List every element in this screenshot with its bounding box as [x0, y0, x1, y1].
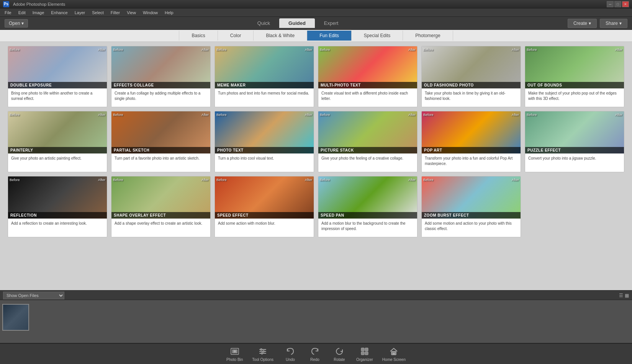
card-image-zoom-burst-effect: BeforeAfterZOOM BURST EFFECT	[422, 176, 521, 219]
card-desc-reflection: Add a reflection to create an interestin…	[8, 219, 107, 237]
card-painterly[interactable]: BeforeAfterPAINTERLYGive your photo an a…	[8, 111, 107, 172]
home-screen-button[interactable]: Home Screen	[378, 344, 409, 363]
svg-rect-10	[365, 348, 368, 351]
card-before-label: Before	[113, 48, 123, 52]
card-partial-sketch[interactable]: BeforeAfterPARTIAL SKETCHTurn part of a …	[111, 111, 211, 172]
create-button[interactable]: Create ▾	[568, 19, 597, 28]
organizer-button[interactable]: Organizer	[352, 344, 377, 363]
card-image-painterly: BeforeAfterPAINTERLY	[8, 111, 107, 153]
card-title-speed-effect: SPEED EFFECT	[215, 212, 314, 219]
card-before-label: Before	[10, 113, 20, 117]
menu-item-help[interactable]: Help	[162, 10, 177, 16]
svg-rect-12	[365, 352, 368, 355]
card-title-out-of-bounds: OUT OF BOUNDS	[525, 82, 624, 88]
card-old-fashioned-photo[interactable]: BeforeAfterOLD FASHIONED PHOTOTake your …	[421, 46, 521, 107]
card-reflection[interactable]: BeforeAfterREFLECTIONAdd a reflection to…	[8, 176, 107, 237]
card-after-label: After	[408, 113, 416, 117]
card-title-old-fashioned-photo: OLD FASHIONED PHOTO	[422, 82, 521, 88]
rotate-button[interactable]: Rotate	[328, 344, 351, 363]
photo-bin-icon	[229, 346, 240, 357]
subtab-bw[interactable]: Black & White	[254, 31, 307, 41]
card-after-label: After	[512, 178, 519, 182]
card-desc-speed-pan: Add a motion blur to the background to c…	[318, 219, 417, 237]
tab-guided[interactable]: Guided	[279, 18, 315, 28]
card-shape-overlay-effect[interactable]: BeforeAfterSHAPE OVERLAY EFFECTAdd a sha…	[111, 176, 211, 237]
menu-item-layer[interactable]: Layer	[72, 10, 88, 16]
svg-rect-11	[361, 352, 364, 355]
card-title-reflection: REFLECTION	[8, 212, 107, 219]
home-screen-label: Home Screen	[382, 357, 406, 362]
minimize-button[interactable]: ─	[607, 1, 614, 7]
card-title-puzzle-effect: PUZZLE EFFECT	[525, 147, 624, 153]
card-desc-speed-effect: Add some action with motion blur.	[215, 219, 314, 237]
svg-rect-9	[361, 348, 364, 351]
menu-item-file[interactable]: File	[2, 10, 15, 16]
svg-point-6	[260, 349, 262, 351]
card-meme-maker[interactable]: BeforeAfterMEME MAKERTurn photos and tex…	[214, 46, 314, 107]
maximize-button[interactable]: □	[614, 1, 621, 7]
card-effects-collage[interactable]: BeforeAfterEFFECTS COLLAGECreate a fun c…	[111, 46, 211, 107]
card-before-label: Before	[113, 178, 123, 182]
organizer-label: Organizer	[356, 357, 373, 362]
card-before-label: Before	[10, 178, 20, 182]
close-button[interactable]: ✕	[622, 1, 629, 7]
title-bar-title: Adobe Photoshop Elements	[13, 2, 65, 7]
tab-expert[interactable]: Expert	[315, 18, 348, 28]
share-button[interactable]: Share ▾	[600, 19, 627, 28]
card-title-effects-collage: EFFECTS COLLAGE	[111, 82, 210, 88]
subtab-fun-edits[interactable]: Fun Edits	[307, 31, 352, 41]
card-after-label: After	[98, 178, 105, 182]
photo-thumbnail[interactable]	[2, 304, 29, 331]
cards-grid: BeforeAfterDOUBLE EXPOSUREBring one phot…	[8, 46, 624, 237]
card-after-label: After	[512, 113, 519, 117]
card-puzzle-effect[interactable]: BeforeAfterPUZZLE EFFECTConvert your pho…	[525, 111, 624, 172]
card-after-label: After	[615, 48, 622, 52]
card-title-pop-art: POP ART	[422, 147, 521, 153]
photo-bin-button[interactable]: Photo Bin	[223, 344, 247, 363]
menu-item-edit[interactable]: Edit	[15, 10, 29, 16]
card-pop-art[interactable]: BeforeAfterPOP ARTTransform your photo i…	[421, 111, 521, 172]
mode-tabs: Quick Guided Expert	[248, 18, 348, 28]
card-before-label: Before	[423, 178, 434, 182]
subtab-special-edits[interactable]: Special Edits	[352, 31, 403, 41]
subtab-basics[interactable]: Basics	[179, 31, 218, 41]
card-before-label: Before	[216, 48, 227, 52]
menu-item-view[interactable]: View	[124, 10, 139, 16]
card-speed-effect[interactable]: BeforeAfterSPEED EFFECTAdd some action w…	[214, 176, 314, 237]
app-icon: Ps	[3, 1, 9, 7]
menu-item-image[interactable]: Image	[29, 10, 47, 16]
card-desc-painterly: Give your photo an artistic painting eff…	[8, 153, 107, 172]
undo-button[interactable]: Undo	[279, 344, 302, 363]
card-before-label: Before	[320, 113, 330, 117]
subtab-color[interactable]: Color	[218, 31, 254, 41]
grid-view-icon[interactable]: ▦	[625, 293, 629, 298]
card-image-double-exposure: BeforeAfterDOUBLE EXPOSURE	[8, 46, 107, 88]
redo-button[interactable]: Redo	[303, 344, 326, 363]
card-out-of-bounds[interactable]: BeforeAfterOUT OF BOUNDSMake the subject…	[525, 46, 624, 107]
menu-item-window[interactable]: Window	[140, 10, 161, 16]
menu-item-select[interactable]: Select	[89, 10, 107, 16]
photo-bin-label: Photo Bin	[226, 357, 243, 362]
card-photo-text[interactable]: BeforeAfterPHOTO TEXTTurn a photo into c…	[214, 111, 314, 172]
card-multi-photo-text[interactable]: BeforeAfterMULTI-PHOTO TEXTCreate visual…	[318, 46, 418, 107]
card-picture-stack[interactable]: BeforeAfterPICTURE STACKGive your photo …	[318, 111, 418, 172]
card-desc-multi-photo-text: Create visual text with a different phot…	[318, 88, 417, 107]
card-image-out-of-bounds: BeforeAfterOUT OF BOUNDS	[525, 46, 624, 88]
menu-item-enhance[interactable]: Enhance	[48, 10, 70, 16]
card-image-speed-pan: BeforeAfterSPEED PAN	[318, 176, 417, 219]
svg-point-2	[234, 350, 236, 353]
card-zoom-burst-effect[interactable]: BeforeAfterZOOM BURST EFFECTAdd some mot…	[421, 176, 521, 237]
menu-item-filter[interactable]: Filter	[108, 10, 123, 16]
card-after-label: After	[305, 48, 312, 52]
card-speed-pan[interactable]: BeforeAfterSPEED PANAdd a motion blur to…	[318, 176, 418, 237]
list-view-icon[interactable]: ☰	[619, 293, 623, 298]
tool-options-button[interactable]: Tool Options	[248, 344, 277, 363]
open-button[interactable]: Open ▾	[5, 19, 28, 28]
show-open-select[interactable]: Show Open Files	[3, 292, 64, 299]
share-arrow: ▾	[619, 21, 622, 26]
card-before-label: Before	[527, 113, 537, 117]
subtab-photomerge[interactable]: Photomerge	[403, 31, 453, 41]
card-title-shape-overlay-effect: SHAPE OVERLAY EFFECT	[111, 212, 210, 219]
tab-quick[interactable]: Quick	[248, 18, 279, 28]
card-double-exposure[interactable]: BeforeAfterDOUBLE EXPOSUREBring one phot…	[8, 46, 107, 107]
